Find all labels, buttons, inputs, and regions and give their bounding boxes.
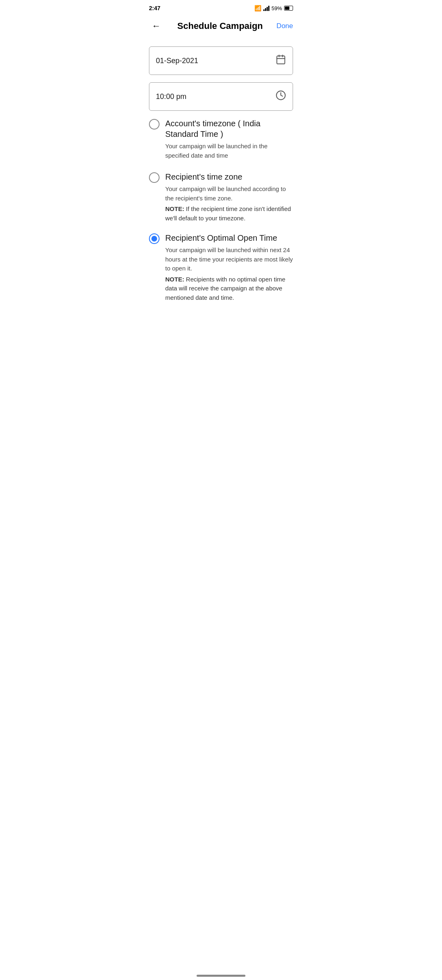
note-bold-optimal: NOTE: (165, 276, 186, 283)
time-input[interactable]: 10:00 pm (149, 82, 293, 111)
radio-desc-recipient-timezone: Your campaign will be launched according… (165, 185, 293, 203)
back-arrow-icon: ← (152, 21, 161, 31)
done-button[interactable]: Done (276, 22, 293, 30)
radio-button-account-timezone[interactable] (149, 119, 160, 130)
page-title: Schedule Campaign (167, 21, 273, 31)
radio-button-optimal-time[interactable] (149, 233, 160, 244)
date-value: 01-Sep-2021 (156, 57, 198, 65)
status-icons: 📶 59% (254, 5, 293, 11)
back-button[interactable]: ← (149, 19, 164, 33)
calendar-icon (276, 54, 286, 67)
radio-option-optimal-time[interactable]: Recipient's Optimal Open Time Your campa… (149, 233, 293, 302)
radio-desc-account-timezone: Your campaign will be launched in the sp… (165, 142, 293, 160)
content-area: 01-Sep-2021 10:00 pm Account's timezone … (142, 40, 300, 302)
radio-content-account-timezone: Account's timezone ( India Standard Time… (165, 118, 293, 162)
note-bold-recipient: NOTE: (165, 205, 186, 212)
status-time: 2:47 (149, 5, 160, 11)
radio-label-recipient-timezone: Recipient's time zone (165, 171, 293, 182)
time-value: 10:00 pm (156, 92, 186, 101)
signal-icon (263, 6, 269, 11)
radio-option-account-timezone[interactable]: Account's timezone ( India Standard Time… (149, 118, 293, 162)
radio-option-recipient-timezone[interactable]: Recipient's time zone Your campaign will… (149, 171, 293, 223)
radio-note-optimal-time: NOTE: Recipients with no optimal open ti… (165, 275, 293, 303)
battery-icon (284, 6, 293, 11)
radio-content-recipient-timezone: Recipient's time zone Your campaign will… (165, 171, 293, 223)
clock-icon (276, 90, 286, 103)
radio-label-account-timezone: Account's timezone ( India Standard Time… (165, 118, 293, 139)
radio-button-recipient-timezone[interactable] (149, 172, 160, 183)
date-input[interactable]: 01-Sep-2021 (149, 46, 293, 75)
svg-rect-0 (277, 56, 285, 64)
radio-label-optimal-time: Recipient's Optimal Open Time (165, 233, 293, 243)
status-bar: 2:47 📶 59% (142, 0, 300, 15)
radio-content-optimal-time: Recipient's Optimal Open Time Your campa… (165, 233, 293, 302)
battery-percent: 59% (271, 5, 282, 11)
header: ← Schedule Campaign Done (142, 15, 300, 40)
radio-note-recipient-timezone: NOTE: If the recipient time zone isn't i… (165, 204, 293, 223)
wifi-icon: 📶 (254, 5, 261, 11)
radio-desc-optimal-time: Your campaign will be launched within ne… (165, 246, 293, 273)
